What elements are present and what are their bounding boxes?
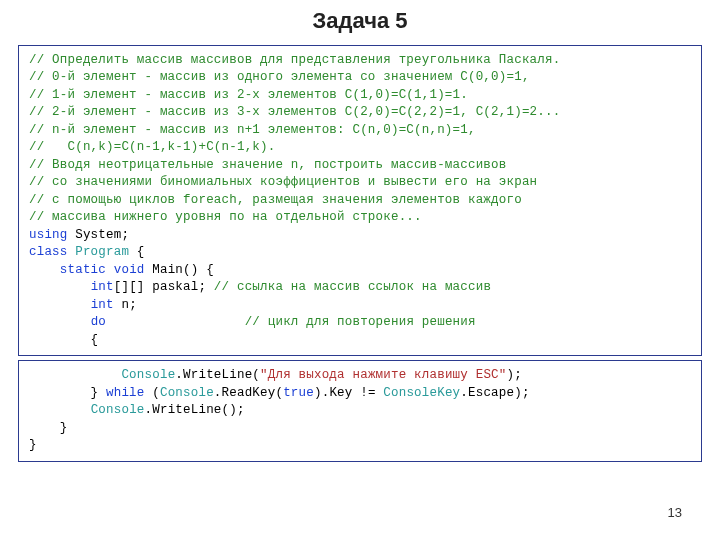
comment: // С(n,k)=C(n-1,k-1)+C(n-1,k).	[29, 140, 275, 154]
comment: // ссылка на массив ссылок на массив	[214, 280, 491, 294]
code-text: [][] paskal;	[114, 280, 214, 294]
code-text: .WriteLine(	[175, 368, 260, 382]
code-text: }	[29, 386, 106, 400]
code-text: );	[507, 368, 522, 382]
comment: // Вводя неотрицательные значение n, пос…	[29, 158, 506, 172]
comment: // с помощью циклов foreach, размещая зн…	[29, 193, 522, 207]
type: ConsoleKey	[383, 386, 460, 400]
comment: // цикл для повторения решения	[245, 315, 476, 329]
keyword: do	[91, 315, 106, 329]
comment: // Определить массив массивов для предст…	[29, 53, 560, 67]
keyword: void	[114, 263, 145, 277]
code-text: n;	[114, 298, 137, 312]
code-text: .ReadKey(	[214, 386, 283, 400]
code-text: {	[29, 333, 98, 347]
comment: // 2-й элемент - массив из 3-х элементов…	[29, 105, 560, 119]
keyword: int	[91, 280, 114, 294]
keyword: while	[106, 386, 145, 400]
keyword: using	[29, 228, 68, 242]
keyword: static	[60, 263, 106, 277]
page-number: 13	[668, 504, 682, 522]
keyword: true	[283, 386, 314, 400]
code-text: (	[145, 386, 160, 400]
comment: // 1-й элемент - массив из 2-х элементов…	[29, 88, 468, 102]
code-text: }	[29, 421, 68, 435]
code-block-2: Console.WriteLine("Для выхода нажмите кл…	[18, 360, 702, 462]
code-text: System;	[68, 228, 130, 242]
keyword: class	[29, 245, 68, 259]
type: Console	[121, 368, 175, 382]
code-block-1: // Определить массив массивов для предст…	[18, 45, 702, 357]
code-text: }	[29, 438, 37, 452]
code-text: .WriteLine();	[145, 403, 245, 417]
slide-title: Задача 5	[0, 0, 720, 41]
code-text: .Escape);	[460, 386, 529, 400]
type: Program	[75, 245, 129, 259]
comment: // 0-й элемент - массив из одного элемен…	[29, 70, 530, 84]
code-text: ).Key !=	[314, 386, 383, 400]
code-text: {	[129, 245, 144, 259]
comment: // массива нижнего уровня по на отдельно…	[29, 210, 422, 224]
keyword: int	[91, 298, 114, 312]
comment: // со значениями биномиальных коэффициен…	[29, 175, 537, 189]
type: Console	[91, 403, 145, 417]
code-text: Main() {	[145, 263, 214, 277]
comment: // n-й элемент - массив из n+1 элементов…	[29, 123, 476, 137]
string: "Для выхода нажмите клавишу ESC"	[260, 368, 506, 382]
type: Console	[160, 386, 214, 400]
